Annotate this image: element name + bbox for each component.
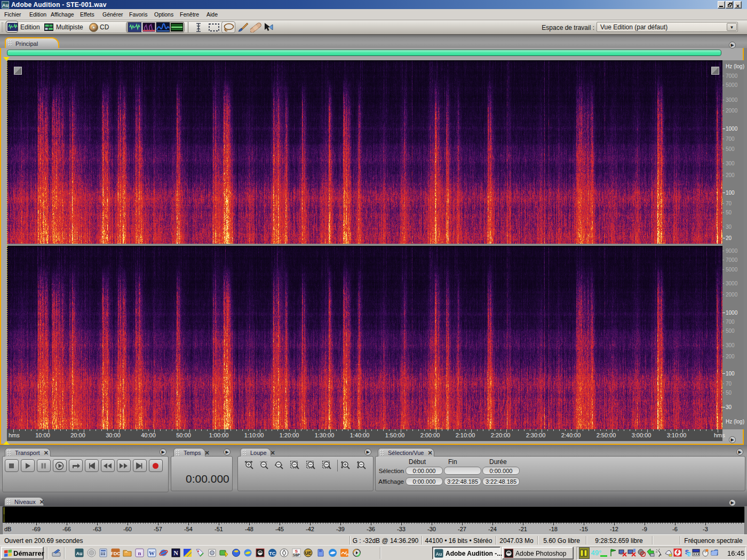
svg-text:PDF: PDF <box>346 553 349 556</box>
svg-text:Au: Au <box>76 551 83 556</box>
svg-text:Au: Au <box>436 551 442 557</box>
svg-text:n: n <box>138 550 141 556</box>
svg-text:FDC: FDC <box>111 551 120 556</box>
svg-text:N: N <box>173 549 178 557</box>
svg-text:W: W <box>149 550 155 556</box>
svg-text:TC: TC <box>269 551 275 556</box>
svg-text:UE: UE <box>305 550 312 556</box>
svg-text:SBP: SBP <box>293 553 300 557</box>
svg-text:2B: 2B <box>687 553 691 556</box>
